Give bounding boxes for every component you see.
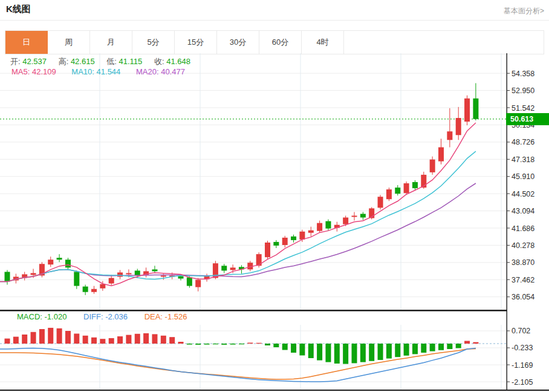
candle[interactable] <box>360 214 366 218</box>
candle[interactable] <box>412 182 418 188</box>
macd-hist-bar <box>299 344 305 356</box>
candle[interactable] <box>5 272 10 281</box>
candle[interactable] <box>195 280 201 287</box>
page-title: K线图 <box>6 4 31 15</box>
candle[interactable] <box>135 270 140 275</box>
tab-4hour[interactable]: 4时 <box>302 31 344 54</box>
title-divider <box>0 20 549 21</box>
chart-bottom-border <box>0 390 549 391</box>
macd-hist-bar <box>91 338 97 344</box>
candle[interactable] <box>378 197 383 207</box>
y-axis-tick-label: 44.502 <box>512 190 534 198</box>
candle[interactable] <box>464 99 470 122</box>
tab-week[interactable]: 周 <box>48 31 90 54</box>
tab-60min[interactable]: 60分 <box>259 31 302 54</box>
ma20-line <box>0 183 476 282</box>
candle[interactable] <box>65 260 71 267</box>
macd-hist-bar <box>430 344 435 351</box>
y-axis-tick-label: -0.233 <box>512 344 533 352</box>
macd-hist-bar <box>317 344 322 361</box>
diff-label: DIFF: <box>83 312 103 321</box>
candle[interactable] <box>473 99 478 119</box>
fundamental-analysis-link[interactable]: 基本面分析> <box>504 6 544 16</box>
y-axis-tick-label: 47.318 <box>512 155 534 164</box>
high-value: 42.615 <box>71 57 95 66</box>
candle[interactable] <box>273 242 279 246</box>
kline-chart-canvas[interactable]: 54.35852.95051.54250.13448.72647.31845.9… <box>0 53 549 392</box>
macd-hist-bar <box>421 344 426 353</box>
macd-hist-bar <box>100 339 105 344</box>
candle[interactable] <box>317 223 322 231</box>
dea-label: DEA: <box>145 312 163 321</box>
ma10-value: 41.544 <box>97 67 121 76</box>
candle[interactable] <box>83 287 88 292</box>
candle[interactable] <box>187 277 192 286</box>
y-axis-tick-label: 0.702 <box>512 327 530 335</box>
macd-hist-bar <box>31 332 36 344</box>
ohlc-info: 开: 42.537 高: 42.615 低: 41.115 收: 41.648 <box>10 56 200 67</box>
macd-hist-bar <box>230 344 236 345</box>
diff-pair: DIFF: -2.036 <box>83 312 128 321</box>
candle[interactable] <box>48 260 53 264</box>
ma10-label: MA10: <box>71 67 94 76</box>
macd-hist-bar <box>221 344 227 345</box>
candle[interactable] <box>456 118 461 135</box>
macd-hist-bar <box>438 344 444 350</box>
macd-hist-bar <box>386 344 392 359</box>
candle[interactable] <box>299 232 305 240</box>
macd-hist-bar <box>83 336 88 344</box>
candle[interactable] <box>91 289 97 292</box>
candle[interactable] <box>152 269 157 271</box>
candle[interactable] <box>117 272 123 276</box>
candle[interactable] <box>161 275 166 276</box>
candle[interactable] <box>178 276 184 278</box>
current-price-tag: 50.613 <box>506 113 549 125</box>
candle[interactable] <box>230 267 236 270</box>
macd-pair: MACD: -1.020 <box>17 312 67 321</box>
macd-hist-bar <box>265 344 270 345</box>
period-tabbar: 日 周 月 5分 15分 30分 60分 4时 <box>5 30 544 54</box>
y-axis-tick-label: 48.726 <box>512 138 534 146</box>
candle[interactable] <box>126 273 131 274</box>
candle[interactable] <box>395 188 400 194</box>
candle[interactable] <box>74 272 79 286</box>
tab-30min[interactable]: 30分 <box>217 31 259 54</box>
macd-hist-bar <box>195 344 201 345</box>
candle[interactable] <box>109 278 114 284</box>
macd-hist-bar <box>65 331 71 344</box>
ma10-line <box>0 151 476 281</box>
candle[interactable] <box>308 230 314 233</box>
tab-15min[interactable]: 15分 <box>175 31 217 54</box>
y-axis-tick-label: -1.169 <box>512 361 533 370</box>
y-axis-tick-label: 40.278 <box>512 241 534 250</box>
macd-hist-bar <box>352 344 357 363</box>
candle[interactable] <box>221 266 227 270</box>
candle[interactable] <box>343 218 348 224</box>
candle[interactable] <box>265 243 270 257</box>
macd-hist-bar <box>447 344 452 349</box>
candle[interactable] <box>57 258 62 260</box>
candle[interactable] <box>438 147 444 161</box>
macd-label: MACD: <box>17 312 42 321</box>
low-value: 41.115 <box>119 57 143 66</box>
macd-hist-bar <box>308 344 314 358</box>
candle[interactable] <box>325 221 331 229</box>
candle[interactable] <box>404 183 409 193</box>
candle[interactable] <box>31 273 36 275</box>
candle[interactable] <box>100 284 105 289</box>
macd-hist-bar <box>74 334 79 344</box>
candle[interactable] <box>352 216 357 217</box>
macd-hist-bar <box>334 344 340 364</box>
tab-day[interactable]: 日 <box>5 31 48 54</box>
candle[interactable] <box>282 238 288 245</box>
ma20-label: MA20: <box>136 67 159 76</box>
candle[interactable] <box>430 160 435 172</box>
macd-hist-bar <box>343 344 348 364</box>
macd-hist-bar <box>273 344 279 347</box>
candle[interactable] <box>386 189 392 199</box>
tab-5min[interactable]: 5分 <box>132 31 175 54</box>
candle[interactable] <box>291 237 296 240</box>
open-label: 开: <box>10 57 21 66</box>
candle[interactable] <box>447 131 452 140</box>
tab-month[interactable]: 月 <box>90 31 132 54</box>
